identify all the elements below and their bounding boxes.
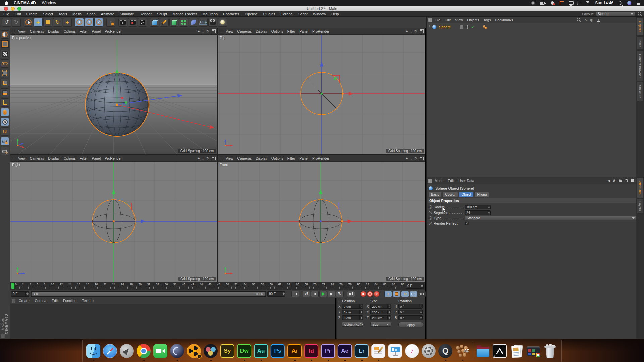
toggle-rotation-button[interactable]: ↻ [401,291,409,297]
vp-menu-filter[interactable]: Filter [80,29,88,33]
lock-x-axis-button[interactable]: X [75,18,84,27]
notification-center-icon[interactable] [636,1,641,5]
vp-menu-panel[interactable]: Panel [299,156,308,160]
subdivision-surface-button[interactable] [169,18,178,27]
menu-snap[interactable]: Snap [87,12,96,16]
dock-item-keynote[interactable] [388,344,403,359]
next-key-button[interactable]: ↻ [336,291,344,297]
app-badge-icon[interactable] [550,1,555,5]
vp-menu-prorender[interactable]: ProRender [312,156,329,160]
menu-mograph[interactable]: MoGraph [202,12,218,16]
menu-file[interactable]: File [3,12,9,16]
dock-item-system-preferences[interactable] [422,344,436,359]
playhead[interactable] [11,283,14,289]
menubar-search-icon[interactable] [638,12,642,16]
enabled-check-icon[interactable]: ✓ [471,25,474,29]
scale-tool-button[interactable] [43,18,52,27]
dock-item-photoshop[interactable]: Ps [271,344,285,359]
toggle-scale-button[interactable] [393,291,400,297]
material-menu-edit[interactable]: Edit [52,299,58,303]
coord-field[interactable]: 0 ° [398,310,423,314]
battery-icon[interactable] [540,1,546,5]
menu-render[interactable]: Render [140,12,152,16]
render-settings-button[interactable] [138,18,147,27]
menu-select[interactable]: Select [43,12,53,16]
dock-item-audition[interactable]: Au [254,344,269,359]
om-menu-objects[interactable]: Objects [467,18,479,22]
keyframe-selection-button[interactable]: ? [374,291,380,297]
anim-dot-icon[interactable] [429,211,432,214]
dock-item-launchpad[interactable] [120,344,135,359]
tab-phong[interactable]: Phong [474,192,489,197]
zoom-icon[interactable]: ↕ [202,156,204,160]
menu-animate[interactable]: Animate [101,12,114,16]
menu-character[interactable]: Character [223,12,239,16]
viewport-canvas[interactable]: RightGrid Spacing : 100 cm [10,162,217,282]
tab-structure[interactable]: Structure [637,82,644,101]
menu-tools[interactable]: Tools [58,12,67,16]
rotate-icon[interactable]: ↻ [414,156,417,161]
previous-key-button[interactable]: ↺ [303,291,310,297]
filter-icon[interactable]: ◎ [590,18,593,22]
render-view-button[interactable] [118,18,127,27]
dock-item-cinema4d[interactable] [170,344,185,359]
am-menu-user-data[interactable]: User Data [458,179,474,183]
gear-icon[interactable] [625,179,628,182]
texture-mode-button[interactable] [1,50,9,58]
dock-item-chrome-window[interactable] [526,344,541,359]
value-dropdown[interactable]: Standard [465,216,637,220]
anim-dot-icon[interactable] [429,222,432,225]
vp-menu-view[interactable]: View [18,29,26,33]
om-menu-tags[interactable]: Tags [483,18,491,22]
checkbox[interactable]: ✓ [465,222,469,225]
pan-icon[interactable]: + [406,29,408,33]
tab-object[interactable]: Object [459,192,474,197]
material-menu-create[interactable]: Create [19,299,30,303]
wifi-icon[interactable] [585,1,590,5]
tweak-mode-button[interactable] [1,108,9,116]
points-mode-button[interactable] [1,69,9,77]
material-menu-corona[interactable]: Corona [35,299,46,303]
home-icon[interactable]: ⌂ [584,18,587,22]
dock-item-dreamweaver[interactable]: Dw [237,344,252,359]
dock-item-trash[interactable] [543,344,558,359]
vp-menu-display[interactable]: Display [256,29,267,33]
vp-menu-panel[interactable]: Panel [92,156,101,160]
menu-window[interactable]: Window [313,12,326,16]
coord-field[interactable]: 0 cm [342,310,363,314]
vp-menu-cameras[interactable]: Cameras [30,29,44,33]
layer-color-chip[interactable] [460,25,463,29]
vp-menu-prorender[interactable]: ProRender [105,156,122,160]
section-header[interactable]: Object Properties [428,198,638,203]
text-a-icon[interactable]: A [613,179,615,183]
coord-field[interactable]: 0 cm [342,304,363,309]
vp-menu-display[interactable]: Display [256,156,267,160]
lock-y-axis-button[interactable]: Y [85,18,94,27]
menu-script[interactable]: Script [298,12,308,16]
menu-help[interactable]: Help [331,12,339,16]
last-tool-button[interactable]: + [63,18,72,27]
lock-icon[interactable] [619,179,622,182]
dock-item-after-effects[interactable]: Ae [338,344,353,359]
phong-tag-icon[interactable] [483,25,488,29]
om-menu-file[interactable]: File [435,18,440,22]
viewport-canvas[interactable]: TopGrid Spacing : 100 cm [218,35,425,154]
dock-item-premiere-pro[interactable]: Pr [321,344,336,359]
ruler-frame-field[interactable]: 0 F [406,283,424,289]
dock-item-downloads-folder[interactable] [476,344,491,359]
goto-start-button[interactable] [291,291,299,297]
back-arrow-icon[interactable]: ◀ [608,179,610,182]
model-mode-button[interactable] [1,40,9,48]
coord-field[interactable]: 200 cm [370,304,391,309]
menubar-clock[interactable]: Sun 14:46 [595,1,613,5]
vp-menu-view[interactable]: View [226,156,233,160]
menu-plugins[interactable]: Plugins [263,12,275,16]
pan-icon[interactable]: + [406,156,408,160]
enable-axis-button[interactable] [1,98,9,107]
workplane-lock-button[interactable] [1,137,9,145]
input-icon[interactable]: ⋮⋮ [578,1,581,5]
dock-item-media-encoder-spheres[interactable]: AE [455,344,470,359]
menu-corona[interactable]: Corona [281,12,293,16]
dock-item-pages[interactable] [371,344,386,359]
coord-field[interactable]: 200 cm [370,310,391,314]
